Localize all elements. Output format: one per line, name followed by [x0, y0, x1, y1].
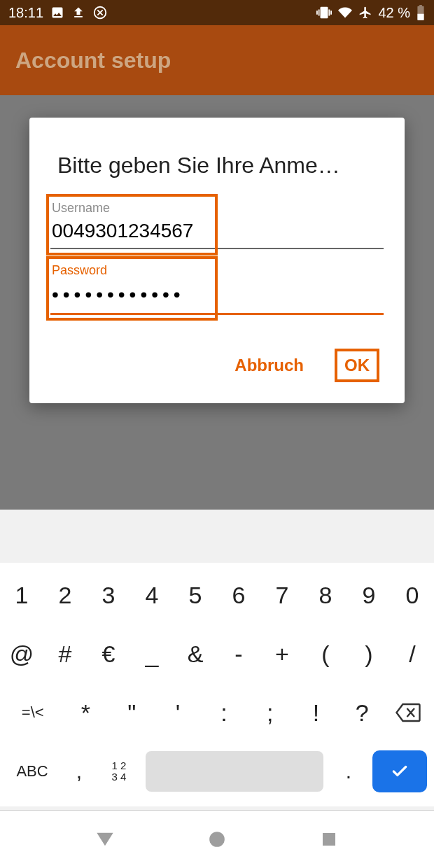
ok-button[interactable]: OK [335, 349, 379, 382]
key-abc-switch[interactable]: ABC [4, 742, 60, 801]
key-slash[interactable]: / [391, 624, 434, 683]
upload-icon [71, 6, 85, 20]
key-dquote[interactable]: " [108, 683, 155, 742]
key-0[interactable]: 0 [391, 566, 434, 624]
key-dash[interactable]: - [217, 624, 260, 683]
status-right: 42 % [316, 5, 426, 21]
key-colon[interactable]: : [201, 683, 247, 742]
username-input[interactable] [50, 217, 384, 249]
key-plus[interactable]: + [260, 624, 304, 683]
key-lparen[interactable]: ( [304, 624, 347, 683]
status-bar: 18:11 42 % [0, 0, 434, 25]
key-period[interactable]: . [329, 742, 368, 801]
key-3[interactable]: 3 [87, 566, 130, 624]
keyboard-row-1: 1 2 3 4 5 6 7 8 9 0 [0, 566, 434, 624]
battery-icon [416, 5, 426, 20]
key-star[interactable]: * [63, 683, 109, 742]
key-semicolon[interactable]: ; [247, 683, 293, 742]
key-8[interactable]: 8 [304, 566, 347, 624]
status-time: 18:11 [8, 5, 43, 21]
svg-rect-2 [323, 833, 335, 846]
nav-back-button[interactable] [91, 825, 119, 853]
system-nav-bar [0, 811, 434, 868]
key-symbols-switch[interactable]: =\< [3, 683, 63, 742]
airplane-icon [358, 6, 372, 20]
wifi-icon [337, 6, 353, 20]
image-icon [50, 6, 64, 20]
key-hash[interactable]: # [43, 624, 87, 683]
key-enter[interactable] [372, 750, 427, 792]
keyboard-row-4: ABC , 1 2 3 4 . [0, 742, 434, 801]
battery-percent: 42 % [378, 5, 410, 21]
vibrate-icon [316, 5, 332, 20]
key-question[interactable]: ? [339, 683, 385, 742]
key-comma[interactable]: , [62, 742, 97, 801]
key-1[interactable]: 1 [0, 566, 43, 624]
key-squote[interactable]: ' [155, 683, 201, 742]
key-7[interactable]: 7 [260, 566, 304, 624]
key-5[interactable]: 5 [174, 566, 217, 624]
key-bang[interactable]: ! [293, 683, 340, 742]
key-euro[interactable]: € [87, 624, 130, 683]
svg-point-1 [209, 832, 225, 847]
key-2[interactable]: 2 [43, 566, 87, 624]
key-9[interactable]: 9 [347, 566, 391, 624]
dialog-actions: Abbruch OK [50, 328, 384, 389]
password-input[interactable]: •••••••••••• [50, 279, 384, 315]
page-title: Account setup [15, 48, 171, 74]
key-space[interactable] [146, 751, 323, 792]
status-left: 18:11 [8, 5, 108, 21]
key-at[interactable]: @ [0, 624, 43, 683]
cancel-button[interactable]: Abbruch [232, 351, 307, 379]
key-6[interactable]: 6 [217, 566, 260, 624]
username-label: Username [50, 200, 384, 217]
backspace-key[interactable] [385, 683, 431, 742]
nav-home-button[interactable] [203, 825, 231, 853]
soft-keyboard: 1 2 3 4 5 6 7 8 9 0 @ # € _ & - + ( ) / … [0, 510, 434, 811]
app-bar: Account setup [0, 25, 434, 95]
close-circle-icon [92, 5, 108, 20]
dialog-title: Bitte geben Sie Ihre Anme… [50, 146, 384, 200]
password-field-wrap: Password •••••••••••• [50, 262, 384, 315]
keyboard-suggestion-bar [0, 510, 434, 563]
keyboard-row-2: @ # € _ & - + ( ) / [0, 624, 434, 683]
key-amp[interactable]: & [174, 624, 217, 683]
key-underscore[interactable]: _ [130, 624, 174, 683]
username-field-wrap: Username [50, 200, 384, 249]
key-4[interactable]: 4 [130, 566, 174, 624]
password-label: Password [50, 262, 384, 279]
login-dialog: Bitte geben Sie Ihre Anme… Username Pass… [29, 118, 405, 403]
key-numeric-switch[interactable]: 1 2 3 4 [98, 742, 140, 801]
key-rparen[interactable]: ) [347, 624, 391, 683]
keyboard-row-3: =\< * " ' : ; ! ? [0, 683, 434, 742]
nav-recent-button[interactable] [315, 825, 343, 853]
